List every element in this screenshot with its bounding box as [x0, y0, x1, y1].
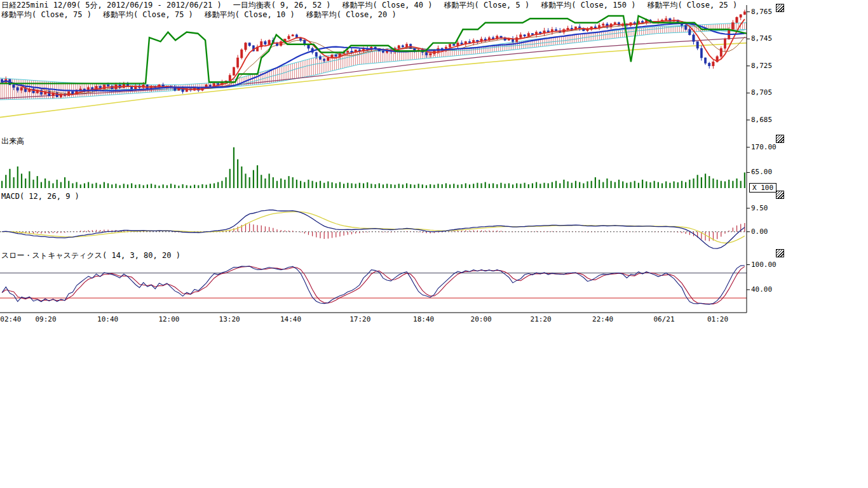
price-ytick-label: 8,725	[751, 62, 772, 70]
price-ytick-label: 8,685	[751, 116, 772, 124]
x-axis-label: 02:40	[0, 315, 21, 323]
indicator-header-line2: 移動平均( Close, 75 )移動平均( Close, 75 )移動平均( …	[1, 10, 408, 19]
price-ytick-label: 8,765	[751, 8, 772, 16]
macd-signal-line	[2, 212, 745, 243]
chart-canvas[interactable]	[0, 0, 788, 330]
panel-resize-icon[interactable]	[776, 191, 784, 199]
x-axis-label: 09:20	[36, 315, 57, 323]
x-axis-label: 10:40	[97, 315, 118, 323]
x-axis-label: 18:40	[413, 315, 434, 323]
macd-panel-label: MACD( 12, 26, 9 )	[1, 192, 79, 201]
stoch-k-line	[2, 266, 745, 304]
volume-ytick-label: 170.00	[751, 143, 776, 151]
x-axis-label: 12:00	[158, 315, 179, 323]
macd-ytick-label: 9.50	[751, 204, 768, 212]
x-axis-label: 17:20	[349, 315, 370, 323]
indicator-header-line1: 日経225mini 12/09( 5分, 2012/06/19 - 2012/0…	[1, 1, 749, 10]
price-ytick-label: 8,745	[751, 34, 772, 43]
indicator-label: 移動平均( Close, 150 )	[541, 1, 635, 10]
volume-multiplier-badge[interactable]: X 100	[749, 183, 776, 193]
x-axis-label: 01:20	[707, 315, 728, 323]
indicator-label: 一目均衡表( 9, 26, 52 )	[233, 1, 331, 10]
x-axis-label: 06/21	[653, 315, 674, 323]
chart-area[interactable]: 日経225mini 12/09( 5分, 2012/06/19 - 2012/0…	[0, 0, 868, 330]
panel-resize-icon[interactable]	[776, 249, 784, 257]
indicator-label: 移動平均( Close, 75 )	[1, 10, 92, 19]
indicator-label: 移動平均( Close, 25 )	[647, 1, 737, 10]
x-axis-label: 20:00	[471, 315, 492, 323]
macd-ytick-label: 0.00	[751, 227, 768, 236]
chart-window: 日経225mini 12/09( 5分, 2012/06/19 - 2012/0…	[0, 0, 868, 488]
x-axis-label: 22:40	[592, 315, 613, 323]
indicator-label: 移動平均( Close, 75 )	[103, 10, 193, 19]
macd-line	[2, 210, 745, 248]
stoch-ytick-label: 100.00	[751, 261, 776, 269]
panel-resize-icon[interactable]	[776, 135, 784, 143]
x-axis-label: 13:20	[219, 315, 240, 323]
x-axis-label: 21:20	[531, 315, 552, 323]
indicator-label: 移動平均( Close, 5 )	[444, 1, 530, 10]
indicator-label: 移動平均( Close, 10 )	[205, 10, 295, 19]
indicator-label: 移動平均( Close, 40 )	[342, 1, 433, 10]
volume-bars	[2, 147, 745, 188]
volume-ytick-label: 65.00	[751, 168, 772, 176]
indicator-label: 移動平均( Close, 20 )	[306, 10, 397, 19]
x-axis-label: 14:40	[280, 315, 301, 323]
panel-resize-icon[interactable]	[776, 4, 784, 12]
volume-panel-label: 出来高	[1, 136, 24, 147]
instrument-title: 日経225mini 12/09( 5分, 2012/06/19 - 2012/0…	[1, 1, 222, 10]
price-ytick-label: 8,705	[751, 88, 772, 97]
stoch-ytick-label: 40.00	[751, 285, 772, 294]
stoch-panel-label: スロー・ストキャスティクス( 14, 3, 80, 20 )	[1, 250, 180, 261]
